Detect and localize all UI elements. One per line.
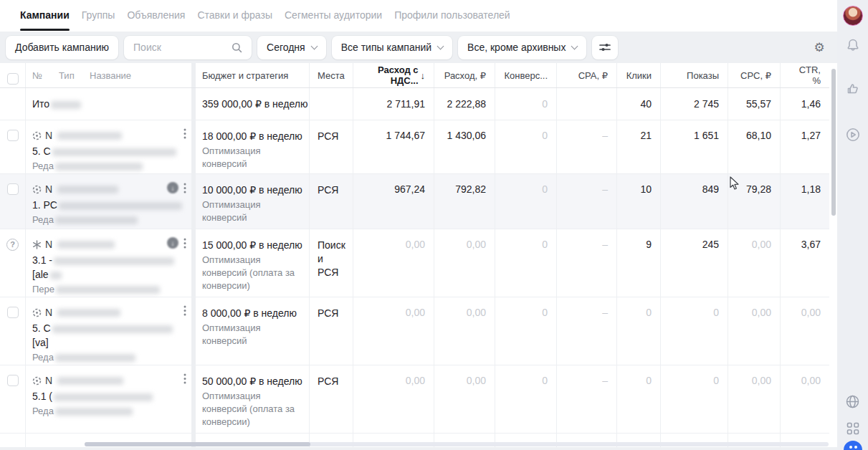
metric-value: 1,46 <box>789 98 821 110</box>
metric-cell: 0,00 <box>781 297 829 365</box>
places-value: РСЯ <box>318 130 344 143</box>
metric-cell: 0,00 <box>728 297 781 365</box>
metric-value: 3,67 <box>789 239 821 250</box>
col-header-shows[interactable]: Показы <box>661 63 728 87</box>
table-row[interactable]: N5. СРеда18 000,00 ₽ в неделюОптимизация… <box>0 120 829 174</box>
name-header-cell[interactable]: № Тип Название <box>26 63 192 87</box>
table-row[interactable]: ?N3.1 -[aleПере↓15 000,00 ₽ в неделюОпти… <box>0 229 829 297</box>
row-menu-icon[interactable] <box>183 128 186 139</box>
metric-value: 9 <box>626 239 652 250</box>
metric-cell: 1,27 <box>781 120 829 173</box>
col-header-cpa[interactable]: CPA, ₽ <box>557 63 617 87</box>
places-cell: РСЯ <box>310 297 353 365</box>
tab-groups[interactable]: Группы <box>82 0 115 32</box>
horizontal-scrollbar-thumb[interactable] <box>85 442 310 446</box>
places-value: РСЯ <box>318 375 344 388</box>
name-cell: N5. СРеда <box>26 120 192 173</box>
question-icon[interactable]: ? <box>6 239 19 251</box>
metric-value: 55,57 <box>737 98 771 110</box>
table-row[interactable]: N5.1 (Реда50 000,00 ₽ в неделюОптимизаци… <box>0 365 829 434</box>
campaign-number-line: N <box>32 239 183 250</box>
filter-settings-button[interactable] <box>592 36 618 59</box>
col-header-places[interactable]: Места <box>310 63 353 87</box>
budget-value: 8 000,00 ₽ в неделю <box>202 307 300 320</box>
text-fragment: Реда <box>32 352 54 363</box>
chevron-down-icon <box>310 42 318 49</box>
places-value: РСЯ <box>318 183 344 197</box>
table-settings-button[interactable]: ⚙ <box>810 38 829 57</box>
redacted-text <box>54 257 174 265</box>
archive-filter-dropdown[interactable]: Все, кроме архивных <box>458 36 586 59</box>
col-header-ctr[interactable]: CTR, % <box>781 63 829 87</box>
search-icon <box>232 42 242 53</box>
text-fragment: 5.1 ( <box>32 391 52 402</box>
row-menu-icon[interactable] <box>183 183 186 193</box>
metric-value: 0,00 <box>789 375 821 386</box>
metric-value: – <box>566 239 608 250</box>
metric-cell: 1,46 <box>781 88 829 120</box>
col-header-clicks[interactable]: Клики <box>617 63 661 87</box>
col-header-conversions[interactable]: Конверс... <box>495 63 557 87</box>
bottom-strip <box>0 447 837 450</box>
text-fragment: N <box>45 307 52 318</box>
status-icon: ↓ <box>167 182 178 193</box>
globe-icon[interactable] <box>844 393 862 410</box>
campaign-type-filter-dropdown[interactable]: Все типы кампаний <box>332 36 452 59</box>
tab-campaigns[interactable]: Кампании <box>20 0 70 32</box>
select-all-checkbox[interactable] <box>7 73 19 85</box>
table-row[interactable]: N1. РСРеда↓10 000,00 ₽ в неделюОптимизац… <box>0 174 829 229</box>
tab-user-profiles[interactable]: Профили пользователей <box>394 0 510 32</box>
metric-value: 0 <box>504 375 548 386</box>
tab-audience-segments[interactable]: Сегменты аудитории <box>285 0 382 32</box>
campaign-number-line: N <box>32 307 183 318</box>
tab-bids-phrases[interactable]: Ставки и фразы <box>197 0 272 32</box>
archive-filter-value: Все, кроме архивных <box>467 42 566 53</box>
avatar[interactable] <box>843 6 863 26</box>
right-rail <box>837 0 868 450</box>
redacted-text <box>52 325 173 333</box>
metric-cell: 1 744,67 <box>353 120 434 173</box>
metric-cell: 2 711,91 <box>353 88 434 120</box>
row-icons <box>183 128 186 139</box>
row-menu-icon[interactable] <box>183 238 186 249</box>
table-row[interactable]: N5. С[va]Реда8 000,00 ₽ в неделюОптимиза… <box>0 297 829 365</box>
table-header: № Тип Название Бюджет и стратегия Места … <box>0 63 829 88</box>
places-cell: Поиск и РСЯ <box>310 229 353 297</box>
add-campaign-button[interactable]: Добавить кампанию <box>6 36 118 59</box>
row-menu-icon[interactable] <box>183 373 186 384</box>
campaign-type-icon <box>32 376 42 386</box>
metric-cell: 9 <box>617 229 661 297</box>
metric-cell: 0,00 <box>353 229 434 297</box>
toolbar: Добавить кампанию Поиск Сегодня Все типы… <box>0 32 837 63</box>
row-menu-icon[interactable] <box>183 305 186 316</box>
campaign-type-icon <box>32 308 42 317</box>
metric-cell: 967,24 <box>353 174 434 229</box>
col-header-spend[interactable]: Расход, ₽ <box>434 63 495 87</box>
row-checkbox[interactable] <box>7 130 19 141</box>
row-checkbox[interactable] <box>7 375 19 386</box>
metric-cell: 0,00 <box>353 297 434 365</box>
metric-value: 0,00 <box>737 375 771 386</box>
metric-cell: – <box>557 120 617 173</box>
col-header-cpc[interactable]: CPC, ₽ <box>728 63 781 87</box>
metric-value: 2 745 <box>669 98 719 110</box>
metric-cell: 0,00 <box>434 229 495 297</box>
col-header-budget[interactable]: Бюджет и стратегия <box>196 63 310 87</box>
date-filter-dropdown[interactable]: Сегодня <box>257 36 326 59</box>
play-circle-icon[interactable] <box>844 126 862 143</box>
notifications-bell-icon[interactable] <box>844 37 862 54</box>
apps-grid-icon[interactable] <box>844 420 862 437</box>
campaign-number-line: N <box>32 375 183 386</box>
row-checkbox[interactable] <box>7 183 19 195</box>
metric-value: 0 <box>626 375 652 386</box>
row-checkbox[interactable] <box>7 307 19 318</box>
vertical-scrollbar[interactable] <box>831 69 836 216</box>
tab-ads[interactable]: Объявления <box>127 0 185 32</box>
col-header-spend-vat[interactable]: Расход с НДС...↓ <box>353 63 434 87</box>
chat-fab[interactable] <box>844 441 862 450</box>
main-area: КампанииГруппыОбъявленияСтавки и фразыСе… <box>0 0 868 449</box>
thumbs-up-icon[interactable] <box>844 80 862 97</box>
total-label: Ито <box>32 98 81 110</box>
search-input[interactable]: Поиск <box>124 36 252 59</box>
metric-value: 0 <box>504 183 548 195</box>
